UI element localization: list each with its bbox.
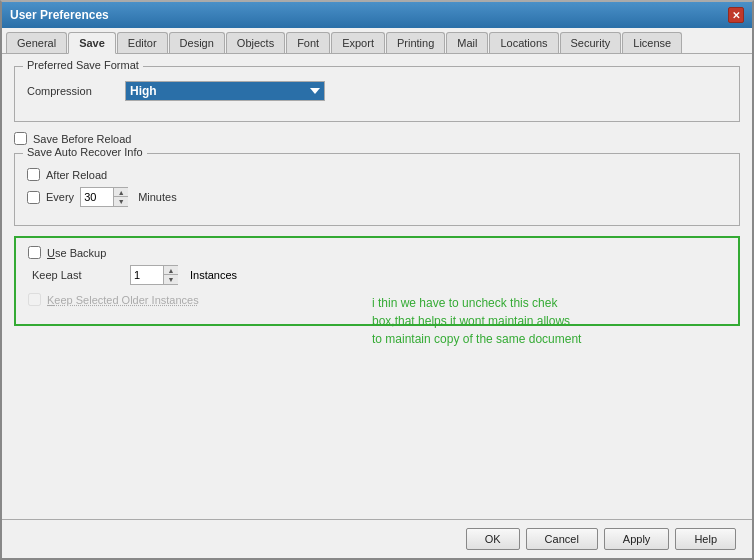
use-backup-row: Use Backup [28, 246, 726, 259]
compression-row: Compression High [27, 81, 727, 101]
after-reload-row: After Reload [27, 168, 727, 181]
instances-spinner-buttons: ▲ ▼ [163, 266, 178, 284]
title-bar: User Preferences ✕ [2, 2, 752, 28]
close-button[interactable]: ✕ [728, 7, 744, 23]
apply-button[interactable]: Apply [604, 528, 670, 550]
compression-label: Compression [27, 85, 117, 97]
every-row: Every 30 ▲ ▼ Minutes [27, 187, 727, 207]
tab-save[interactable]: Save [68, 32, 116, 54]
minutes-spinner[interactable]: 30 ▲ ▼ [80, 187, 128, 207]
ok-button[interactable]: OK [466, 528, 520, 550]
after-reload-checkbox[interactable] [27, 168, 40, 181]
preferred-save-format-group: Preferred Save Format Compression High [14, 66, 740, 122]
instances-label: Instances [190, 269, 237, 281]
tab-security[interactable]: Security [560, 32, 622, 53]
keep-last-row: Keep Last 1 ▲ ▼ Instances [32, 265, 726, 285]
save-before-reload-label: Save Before Reload [33, 133, 131, 145]
tab-general[interactable]: General [6, 32, 67, 53]
tab-editor[interactable]: Editor [117, 32, 168, 53]
cancel-button[interactable]: Cancel [526, 528, 598, 550]
instances-spinner-up-button[interactable]: ▲ [164, 266, 178, 275]
save-before-reload-checkbox[interactable] [14, 132, 27, 145]
preferred-save-format-label: Preferred Save Format [23, 59, 143, 71]
compression-value: High [130, 84, 157, 98]
main-window: User Preferences ✕ General Save Editor D… [0, 0, 754, 560]
tab-mail[interactable]: Mail [446, 32, 488, 53]
tab-objects[interactable]: Objects [226, 32, 285, 53]
tab-license[interactable]: License [622, 32, 682, 53]
tab-locations[interactable]: Locations [489, 32, 558, 53]
keep-selected-label: Keep Selected Older Instances [47, 294, 199, 306]
tab-design[interactable]: Design [169, 32, 225, 53]
content-area: Preferred Save Format Compression High S… [2, 54, 752, 519]
window-title: User Preferences [10, 8, 109, 22]
keep-last-label: Keep Last [32, 269, 122, 281]
save-auto-recover-label: Save Auto Recover Info [23, 146, 147, 158]
minutes-input[interactable]: 30 [81, 190, 113, 204]
help-button[interactable]: Help [675, 528, 736, 550]
instances-spinner[interactable]: 1 ▲ ▼ [130, 265, 178, 285]
spinner-down-button[interactable]: ▼ [114, 197, 128, 206]
tabs-bar: General Save Editor Design Objects Font … [2, 28, 752, 54]
use-backup-label: Use Backup [47, 247, 106, 259]
use-backup-checkbox[interactable] [28, 246, 41, 259]
spinner-buttons: ▲ ▼ [113, 188, 128, 206]
tab-printing[interactable]: Printing [386, 32, 445, 53]
instances-input[interactable]: 1 [131, 268, 163, 282]
annotation-text: i thin we have to uncheck this chek box,… [372, 294, 582, 348]
after-reload-label: After Reload [46, 169, 107, 181]
dropdown-arrow-icon [310, 88, 320, 94]
save-before-reload-row: Save Before Reload [14, 132, 740, 145]
save-auto-recover-group: Save Auto Recover Info After Reload Ever… [14, 153, 740, 226]
every-checkbox[interactable] [27, 191, 40, 204]
keep-selected-checkbox[interactable] [28, 293, 41, 306]
bottom-bar: OK Cancel Apply Help [2, 519, 752, 558]
tab-export[interactable]: Export [331, 32, 385, 53]
compression-select[interactable]: High [125, 81, 325, 101]
spinner-up-button[interactable]: ▲ [114, 188, 128, 197]
minutes-label: Minutes [138, 191, 177, 203]
every-label: Every [46, 191, 74, 203]
instances-spinner-down-button[interactable]: ▼ [164, 275, 178, 284]
tab-font[interactable]: Font [286, 32, 330, 53]
